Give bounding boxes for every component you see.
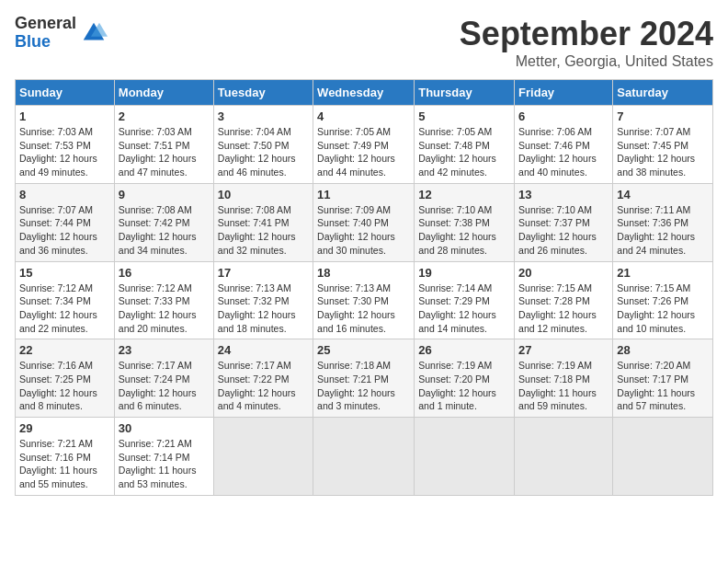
day-info: Sunrise: 7:08 AM Sunset: 7:42 PM Dayligh… [119, 203, 210, 258]
location-title: Metter, Georgia, United States [460, 53, 713, 70]
calendar-day-cell [515, 418, 613, 496]
day-number: 9 [119, 188, 210, 201]
calendar-week-row: 29 Sunrise: 7:21 AM Sunset: 7:16 PM Dayl… [16, 418, 713, 496]
day-number: 13 [518, 188, 609, 201]
day-number: 20 [518, 266, 609, 280]
day-number: 11 [317, 188, 410, 201]
day-info: Sunrise: 7:05 AM Sunset: 7:49 PM Dayligh… [317, 125, 410, 179]
day-number: 25 [317, 343, 410, 357]
calendar-week-row: 8 Sunrise: 7:07 AM Sunset: 7:44 PM Dayli… [16, 183, 713, 261]
day-info: Sunrise: 7:03 AM Sunset: 7:51 PM Dayligh… [119, 125, 210, 179]
title-area: September 2024 Metter, Georgia, United S… [460, 15, 713, 70]
day-info: Sunrise: 7:03 AM Sunset: 7:53 PM Dayligh… [19, 125, 110, 179]
day-info: Sunrise: 7:19 AM Sunset: 7:18 PM Dayligh… [518, 359, 609, 413]
calendar-day-cell: 19 Sunrise: 7:14 AM Sunset: 7:29 PM Dayl… [415, 261, 515, 339]
calendar-header-row: SundayMondayTuesdayWednesdayThursdayFrid… [16, 80, 713, 106]
calendar-table: SundayMondayTuesdayWednesdayThursdayFrid… [15, 79, 713, 496]
calendar-day-cell: 12 Sunrise: 7:10 AM Sunset: 7:38 PM Dayl… [415, 183, 515, 261]
day-info: Sunrise: 7:15 AM Sunset: 7:26 PM Dayligh… [617, 282, 709, 336]
day-info: Sunrise: 7:05 AM Sunset: 7:48 PM Dayligh… [418, 125, 510, 179]
logo-blue: Blue [15, 33, 76, 52]
day-info: Sunrise: 7:17 AM Sunset: 7:24 PM Dayligh… [119, 359, 210, 413]
day-info: Sunrise: 7:14 AM Sunset: 7:29 PM Dayligh… [418, 282, 510, 336]
calendar-day-cell: 23 Sunrise: 7:17 AM Sunset: 7:24 PM Dayl… [114, 339, 213, 418]
calendar-day-cell: 9 Sunrise: 7:08 AM Sunset: 7:42 PM Dayli… [114, 183, 213, 261]
day-number: 3 [218, 109, 309, 123]
day-info: Sunrise: 7:07 AM Sunset: 7:45 PM Dayligh… [617, 125, 709, 179]
day-number: 22 [19, 343, 110, 357]
day-number: 8 [19, 188, 110, 201]
day-info: Sunrise: 7:13 AM Sunset: 7:30 PM Dayligh… [317, 282, 410, 336]
weekday-header: Friday [515, 80, 613, 106]
calendar-day-cell: 3 Sunrise: 7:04 AM Sunset: 7:50 PM Dayli… [213, 106, 313, 184]
day-info: Sunrise: 7:13 AM Sunset: 7:32 PM Dayligh… [218, 282, 309, 336]
calendar-day-cell: 22 Sunrise: 7:16 AM Sunset: 7:25 PM Dayl… [16, 339, 115, 418]
day-number: 27 [518, 343, 609, 357]
day-number: 28 [617, 343, 709, 357]
calendar-day-cell: 15 Sunrise: 7:12 AM Sunset: 7:34 PM Dayl… [16, 261, 115, 339]
calendar-day-cell: 24 Sunrise: 7:17 AM Sunset: 7:22 PM Dayl… [213, 339, 313, 418]
day-info: Sunrise: 7:11 AM Sunset: 7:36 PM Dayligh… [617, 203, 709, 258]
calendar-day-cell: 8 Sunrise: 7:07 AM Sunset: 7:44 PM Dayli… [16, 183, 115, 261]
calendar-day-cell: 4 Sunrise: 7:05 AM Sunset: 7:49 PM Dayli… [313, 106, 415, 184]
day-number: 30 [119, 421, 210, 435]
weekday-header: Monday [114, 80, 213, 106]
day-info: Sunrise: 7:10 AM Sunset: 7:38 PM Dayligh… [418, 203, 510, 258]
day-number: 12 [418, 188, 510, 201]
calendar-day-cell: 13 Sunrise: 7:10 AM Sunset: 7:37 PM Dayl… [515, 183, 613, 261]
day-info: Sunrise: 7:19 AM Sunset: 7:20 PM Dayligh… [418, 359, 510, 413]
calendar-day-cell: 26 Sunrise: 7:19 AM Sunset: 7:20 PM Dayl… [415, 339, 515, 418]
day-info: Sunrise: 7:09 AM Sunset: 7:40 PM Dayligh… [317, 203, 410, 258]
day-info: Sunrise: 7:15 AM Sunset: 7:28 PM Dayligh… [518, 282, 609, 336]
calendar-day-cell: 18 Sunrise: 7:13 AM Sunset: 7:30 PM Dayl… [313, 261, 415, 339]
calendar-day-cell: 5 Sunrise: 7:05 AM Sunset: 7:48 PM Dayli… [415, 106, 515, 184]
day-number: 21 [617, 266, 709, 280]
weekday-header: Wednesday [313, 80, 415, 106]
day-number: 24 [218, 343, 309, 357]
calendar-week-row: 15 Sunrise: 7:12 AM Sunset: 7:34 PM Dayl… [16, 261, 713, 339]
day-number: 5 [418, 109, 510, 123]
calendar-day-cell: 1 Sunrise: 7:03 AM Sunset: 7:53 PM Dayli… [16, 106, 115, 184]
day-info: Sunrise: 7:18 AM Sunset: 7:21 PM Dayligh… [317, 359, 410, 413]
weekday-header: Saturday [613, 80, 713, 106]
calendar-day-cell: 30 Sunrise: 7:21 AM Sunset: 7:14 PM Dayl… [114, 418, 213, 496]
calendar-day-cell [613, 418, 713, 496]
day-number: 15 [19, 266, 110, 280]
day-number: 29 [19, 421, 110, 435]
day-info: Sunrise: 7:04 AM Sunset: 7:50 PM Dayligh… [218, 125, 309, 179]
calendar-day-cell: 2 Sunrise: 7:03 AM Sunset: 7:51 PM Dayli… [114, 106, 213, 184]
day-info: Sunrise: 7:08 AM Sunset: 7:41 PM Dayligh… [218, 203, 309, 258]
calendar-day-cell [415, 418, 515, 496]
calendar-day-cell: 11 Sunrise: 7:09 AM Sunset: 7:40 PM Dayl… [313, 183, 415, 261]
day-number: 7 [617, 109, 709, 123]
month-title: September 2024 [460, 15, 713, 53]
calendar-day-cell: 16 Sunrise: 7:12 AM Sunset: 7:33 PM Dayl… [114, 261, 213, 339]
logo-general: General [15, 15, 76, 33]
day-number: 4 [317, 109, 410, 123]
day-number: 2 [119, 109, 210, 123]
calendar-day-cell [313, 418, 415, 496]
day-number: 6 [518, 109, 609, 123]
day-info: Sunrise: 7:07 AM Sunset: 7:44 PM Dayligh… [19, 203, 110, 258]
day-info: Sunrise: 7:20 AM Sunset: 7:17 PM Dayligh… [617, 359, 709, 413]
logo-icon [80, 19, 108, 47]
calendar-day-cell: 14 Sunrise: 7:11 AM Sunset: 7:36 PM Dayl… [613, 183, 713, 261]
day-info: Sunrise: 7:12 AM Sunset: 7:34 PM Dayligh… [19, 282, 110, 336]
weekday-header: Thursday [415, 80, 515, 106]
day-info: Sunrise: 7:06 AM Sunset: 7:46 PM Dayligh… [518, 125, 609, 179]
calendar-day-cell: 17 Sunrise: 7:13 AM Sunset: 7:32 PM Dayl… [213, 261, 313, 339]
day-number: 19 [418, 266, 510, 280]
day-number: 17 [218, 266, 309, 280]
calendar-day-cell: 20 Sunrise: 7:15 AM Sunset: 7:28 PM Dayl… [515, 261, 613, 339]
day-number: 23 [119, 343, 210, 357]
calendar-day-cell: 21 Sunrise: 7:15 AM Sunset: 7:26 PM Dayl… [613, 261, 713, 339]
day-number: 1 [19, 109, 110, 123]
calendar-week-row: 22 Sunrise: 7:16 AM Sunset: 7:25 PM Dayl… [16, 339, 713, 418]
calendar-day-cell: 10 Sunrise: 7:08 AM Sunset: 7:41 PM Dayl… [213, 183, 313, 261]
day-info: Sunrise: 7:12 AM Sunset: 7:33 PM Dayligh… [119, 282, 210, 336]
calendar-day-cell: 28 Sunrise: 7:20 AM Sunset: 7:17 PM Dayl… [613, 339, 713, 418]
day-number: 18 [317, 266, 410, 280]
weekday-header: Tuesday [213, 80, 313, 106]
day-number: 26 [418, 343, 510, 357]
page-header: General Blue September 2024 Metter, Geor… [15, 15, 713, 70]
